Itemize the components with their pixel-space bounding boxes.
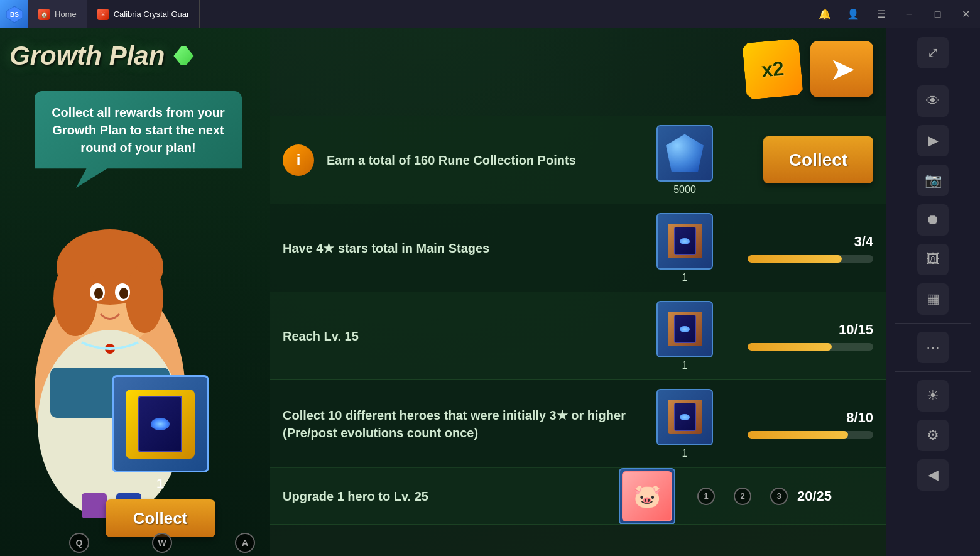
menu-icon[interactable]: ☰ — [867, 0, 895, 28]
tab-home[interactable]: 🏠 Home — [28, 0, 87, 28]
account-icon[interactable]: 👤 — [839, 0, 867, 28]
progress-bar-bg — [748, 255, 873, 263]
page-title: Growth Plan — [9, 41, 165, 71]
svg-point-6 — [126, 264, 163, 333]
x2-label: x2 — [761, 57, 785, 82]
quest-row: Have 4★ stars total in Main Stages 1 3/4 — [270, 204, 886, 292]
quest-description: Reach Lv. 15 — [283, 327, 634, 345]
window-controls: 🔔 👤 ☰ − □ ✕ — [810, 0, 980, 28]
sidebar-back-icon[interactable]: ◀ — [917, 459, 949, 491]
close-button[interactable]: ✕ — [952, 0, 980, 28]
book-icon — [668, 400, 702, 434]
quest-description: Upgrade 1 hero to Lv. 25 — [283, 488, 597, 505]
svg-point-13 — [94, 288, 103, 299]
sidebar-divider — [895, 77, 971, 77]
sidebar-grid-icon[interactable]: ▦ — [917, 283, 949, 315]
reward-amount: 5000 — [673, 184, 696, 195]
svg-text:BS: BS — [10, 11, 19, 18]
home-tab-icon: 🏠 — [38, 9, 50, 20]
sidebar-settings-icon[interactable]: ⚙ — [917, 420, 949, 451]
reward-box-book — [656, 389, 713, 445]
game-tab-icon: ⚔ — [97, 9, 109, 20]
reward-box-book — [656, 213, 713, 270]
reward-amount: 1 — [682, 272, 688, 283]
quest-reward: 1 — [647, 389, 722, 459]
crystal-icon — [666, 134, 704, 172]
eye-icon — [680, 238, 690, 244]
sidebar-expand-icon[interactable]: ⤢ — [917, 37, 949, 68]
reward-box-pig: 🐷 — [619, 468, 675, 525]
circle-3[interactable]: 3 — [770, 488, 788, 505]
quest-progress: 10/15 — [735, 322, 873, 351]
game-area: Growth Plan Collect all rewards from you… — [0, 28, 886, 556]
quest-row: i Earn a total of 160 Rune Collection Po… — [270, 116, 886, 204]
circle-2[interactable]: 2 — [734, 488, 751, 505]
arrow-button[interactable]: ➤ — [810, 41, 873, 97]
collect-button-large[interactable]: Collect — [106, 499, 215, 537]
titlebar: BS 🏠 Home ⚔ Calibria Crystal Guar 🔔 👤 ☰ … — [0, 0, 980, 28]
collect-button[interactable]: Collect — [763, 136, 873, 183]
sidebar-eye-icon[interactable]: 👁 — [917, 85, 949, 117]
quest-reward: 🐷 — [609, 468, 685, 525]
quest-row: Collect 10 different heroes that were in… — [270, 380, 886, 468]
home-tab-label: Home — [55, 9, 77, 19]
bluestacks-logo: BS — [0, 0, 28, 28]
notification-icon[interactable]: 🔔 — [810, 0, 839, 28]
quest-row: Reach Lv. 15 1 10/15 — [270, 292, 886, 380]
book-inner — [674, 227, 696, 255]
nav-a-button[interactable]: A — [235, 533, 255, 553]
sidebar-play-icon[interactable]: ▶ — [917, 125, 949, 156]
eye-icon — [680, 414, 690, 420]
left-panel: Growth Plan Collect all rewards from you… — [0, 28, 270, 556]
nav-circles: 1 2 3 — [697, 488, 788, 505]
sidebar-image-icon[interactable]: 🖼 — [917, 244, 949, 275]
nav-q-button[interactable]: Q — [69, 533, 89, 553]
reward-book-inner — [138, 396, 182, 452]
sidebar-record-icon[interactable]: ⏺ — [917, 204, 949, 236]
reward-box-crystal — [656, 125, 713, 182]
quest-description: Earn a total of 160 Rune Collection Poin… — [327, 151, 634, 169]
progress-bar-bg — [748, 343, 873, 351]
bottom-reward-area: 1 Collect — [97, 375, 223, 537]
book-icon — [668, 312, 702, 346]
reward-book-icon — [126, 390, 195, 459]
book-icon — [668, 224, 702, 258]
quest-list: i Earn a total of 160 Rune Collection Po… — [270, 116, 886, 556]
reward-box-book — [656, 301, 713, 357]
progress-label: 20/25 — [797, 488, 832, 504]
minimize-button[interactable]: − — [895, 0, 923, 28]
speech-bubble-text: Collect all rewards from your Growth Pla… — [52, 106, 225, 155]
maximize-button[interactable]: □ — [923, 0, 952, 28]
svg-point-14 — [119, 288, 128, 299]
tab-game[interactable]: ⚔ Calibria Crystal Guar — [87, 0, 200, 28]
eye-icon — [680, 326, 690, 332]
sidebar-divider-3 — [895, 371, 971, 372]
growth-plan-title: Growth Plan — [9, 41, 196, 71]
quest-description: Have 4★ stars total in Main Stages — [283, 239, 634, 257]
pig-icon: 🐷 — [622, 471, 672, 521]
progress-label: 3/4 — [854, 234, 873, 250]
quest-progress: 8/10 — [735, 410, 873, 439]
reward-eye-icon — [151, 418, 170, 430]
right-panel: x2 ➤ i Earn a total of 160 Rune Collecti… — [270, 28, 886, 556]
right-sidebar: ⤢ 👁 ▶ 📷 ⏺ 🖼 ▦ ⋯ ☀ ⚙ ◀ — [886, 28, 980, 556]
quest-reward: 5000 — [647, 125, 722, 195]
sidebar-screenshot-icon[interactable]: 📷 — [917, 165, 949, 196]
sidebar-brightness-icon[interactable]: ☀ — [917, 380, 949, 412]
nav-w-button[interactable]: W — [152, 533, 172, 553]
circle-1[interactable]: 1 — [697, 488, 715, 505]
game-tab-label: Calibria Crystal Guar — [114, 9, 190, 19]
sidebar-dots-icon[interactable]: ⋯ — [917, 332, 949, 363]
sidebar-divider-2 — [895, 323, 971, 324]
svg-point-5 — [53, 261, 97, 336]
progress-bar-fill — [748, 255, 842, 263]
progress-label: 10/15 — [839, 322, 873, 338]
reward-box-large — [112, 375, 209, 472]
top-right-icons: x2 ➤ — [744, 41, 873, 97]
arrow-icon: ➤ — [830, 53, 854, 85]
quest-row-partial: Upgrade 1 hero to Lv. 25 🐷 1 2 3 20/25 — [270, 468, 886, 525]
quest-reward: 1 — [647, 213, 722, 283]
book-inner — [674, 403, 696, 431]
quest-progress: 3/4 — [735, 234, 873, 263]
book-inner — [674, 315, 696, 343]
